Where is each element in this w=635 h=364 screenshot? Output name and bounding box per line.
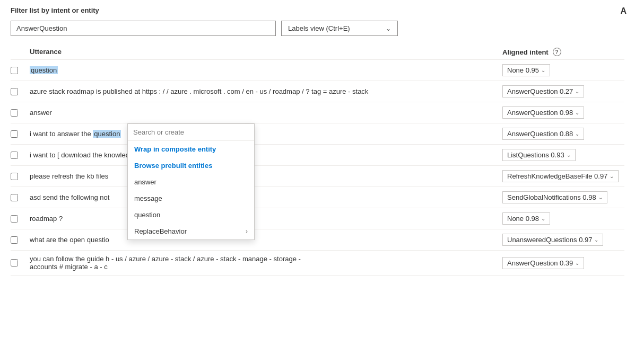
intent-badge-6[interactable]: RefreshKnowledgeBaseFile 0.97 ⌄ [502, 170, 619, 182]
table-row: you can follow the guide h - us / azure … [11, 251, 624, 276]
intent-badge-7[interactable]: SendGlobalNotifications 0.98 ⌄ [502, 191, 607, 203]
row-utterance-7: asd send the following not [30, 193, 502, 201]
highlighted-text-4: question [93, 130, 121, 138]
intent-value-10: AnswerQuestion 0.39 [507, 259, 573, 267]
intent-badge-5[interactable]: ListQuestions 0.93 ⌄ [502, 149, 576, 161]
checkbox-3[interactable] [11, 109, 18, 117]
row-utterance-8: roadmap ? [30, 215, 502, 223]
checkbox-2[interactable] [11, 88, 18, 95]
dropdown-search-area [128, 124, 254, 141]
row-checkbox-4[interactable] [11, 130, 30, 138]
dropdown-search-input[interactable] [133, 128, 249, 136]
browse-prebuilt-item[interactable]: Browse prebuilt entities [128, 157, 254, 174]
table-row: answer AnswerQuestion 0.98 ⌄ [11, 102, 624, 123]
row-utterance-5: i want to [ download the knowledge ] bas… [30, 151, 502, 159]
row-intent-10: AnswerQuestion 0.39 ⌄ [502, 257, 624, 269]
table-row: roadmap ? None 0.98 ⌄ [11, 208, 624, 229]
row-utterance-3: answer [30, 109, 502, 117]
row-utterance-10: you can follow the guide h - us / azure … [30, 255, 502, 271]
intent-chevron-2: ⌄ [575, 88, 579, 94]
checkbox-10[interactable] [11, 259, 18, 267]
dropdown-entity-question[interactable]: question [128, 207, 254, 223]
row-checkbox-6[interactable] [11, 173, 30, 180]
checkbox-6[interactable] [11, 173, 18, 180]
intent-badge-9[interactable]: UnansweredQuestions 0.97 ⌄ [502, 234, 603, 246]
intent-chevron-10: ⌄ [575, 260, 579, 266]
top-right-avatar[interactable]: A [620, 6, 627, 16]
row-checkbox-9[interactable] [11, 236, 30, 244]
filter-title: Filter list by intent or entity [11, 6, 624, 14]
checkbox-4[interactable] [11, 130, 18, 138]
row-intent-7: SendGlobalNotifications 0.98 ⌄ [502, 191, 624, 203]
intent-badge-10[interactable]: AnswerQuestion 0.39 ⌄ [502, 257, 584, 269]
dropdown-entity-message[interactable]: message [128, 190, 254, 207]
intent-chevron-4: ⌄ [575, 131, 579, 137]
intent-value-9: UnansweredQuestions 0.97 [507, 236, 592, 244]
row-checkbox-1[interactable] [11, 67, 30, 74]
row-checkbox-5[interactable] [11, 152, 30, 159]
intent-chevron-8: ⌄ [541, 216, 545, 221]
intent-chevron-5: ⌄ [567, 152, 571, 158]
row-intent-9: UnansweredQuestions 0.97 ⌄ [502, 234, 624, 246]
intent-chevron-3: ⌄ [575, 110, 579, 116]
intent-badge-4[interactable]: AnswerQuestion 0.88 ⌄ [502, 128, 584, 140]
intent-chevron-6: ⌄ [610, 173, 614, 179]
intent-value-7: SendGlobalNotifications 0.98 [507, 193, 596, 201]
intent-value-8: None 0.98 [507, 215, 539, 223]
dropdown-replace-behavior[interactable]: ReplaceBehavior › [128, 223, 254, 239]
table-row: please refresh the kb files RefreshKnowl… [11, 166, 624, 187]
row-utterance-9: what are the open questio [30, 236, 502, 244]
intent-help-icon[interactable]: ? [553, 48, 561, 56]
row-intent-5: ListQuestions 0.93 ⌄ [502, 149, 624, 161]
replace-behavior-label: ReplaceBehavior [134, 227, 187, 235]
row-utterance-6: please refresh the kb files [30, 172, 502, 180]
table-row: asd send the following not SendGlobalNot… [11, 187, 624, 208]
intent-value-2: AnswerQuestion 0.27 [507, 87, 573, 95]
row-checkbox-3[interactable] [11, 109, 30, 117]
intent-badge-2[interactable]: AnswerQuestion 0.27 ⌄ [502, 85, 584, 97]
header-utterance-col: Utterance [30, 48, 502, 56]
checkbox-1[interactable] [11, 67, 18, 74]
intent-value-4: AnswerQuestion 0.88 [507, 130, 573, 138]
row-intent-6: RefreshKnowledgeBaseFile 0.97 ⌄ [502, 170, 624, 182]
filter-bar: Labels view (Ctrl+E) ⌄ [11, 21, 624, 36]
table-row: what are the open questio UnansweredQues… [11, 229, 624, 251]
row-utterance-4: i want to answer the question [30, 130, 502, 138]
checkbox-9[interactable] [11, 236, 18, 244]
intent-value-6: RefreshKnowledgeBaseFile 0.97 [507, 172, 607, 180]
intent-value-5: ListQuestions 0.93 [507, 151, 564, 159]
labels-dropdown[interactable]: Labels view (Ctrl+E) ⌄ [281, 21, 398, 36]
intent-badge-1[interactable]: None 0.95 ⌄ [502, 64, 550, 76]
wrap-composite-item[interactable]: Wrap in composite entity [128, 141, 254, 157]
checkbox-7[interactable] [11, 194, 18, 201]
table-row: azure stack roadmap is published at http… [11, 81, 624, 102]
labels-dropdown-chevron: ⌄ [386, 25, 391, 32]
intent-badge-8[interactable]: None 0.98 ⌄ [502, 212, 550, 225]
row-intent-4: AnswerQuestion 0.88 ⌄ [502, 128, 624, 140]
filter-input[interactable] [11, 21, 276, 36]
row-checkbox-10[interactable] [11, 259, 30, 267]
row-checkbox-2[interactable] [11, 88, 30, 95]
row-checkbox-7[interactable] [11, 194, 30, 201]
intent-badge-3[interactable]: AnswerQuestion 0.98 ⌄ [502, 106, 584, 119]
utterances-table: Utterance Aligned intent ? question None… [11, 45, 624, 276]
checkbox-5[interactable] [11, 152, 18, 159]
row-utterance-2: azure stack roadmap is published at http… [30, 87, 502, 95]
page-container: Filter list by intent or entity Labels v… [0, 0, 635, 282]
row-intent-2: AnswerQuestion 0.27 ⌄ [502, 85, 624, 97]
checkbox-8[interactable] [11, 215, 18, 223]
intent-chevron-1: ⌄ [541, 67, 545, 73]
labels-dropdown-label: Labels view (Ctrl+E) [288, 24, 350, 32]
table-row: i want to answer the question AnswerQues… [11, 123, 624, 145]
header-intent-col: Aligned intent ? [502, 48, 624, 56]
row-checkbox-8[interactable] [11, 215, 30, 223]
table-row: question None 0.95 ⌄ [11, 60, 624, 81]
dropdown-entity-answer[interactable]: answer [128, 174, 254, 190]
header-check-col [11, 48, 30, 56]
row-intent-3: AnswerQuestion 0.98 ⌄ [502, 106, 624, 119]
entity-dropdown-popup: Wrap in composite entity Browse prebuilt… [127, 123, 255, 240]
intent-value-3: AnswerQuestion 0.98 [507, 109, 573, 117]
row-intent-8: None 0.98 ⌄ [502, 212, 624, 225]
submenu-arrow-icon: › [246, 228, 248, 235]
highlighted-text: question [30, 66, 58, 74]
